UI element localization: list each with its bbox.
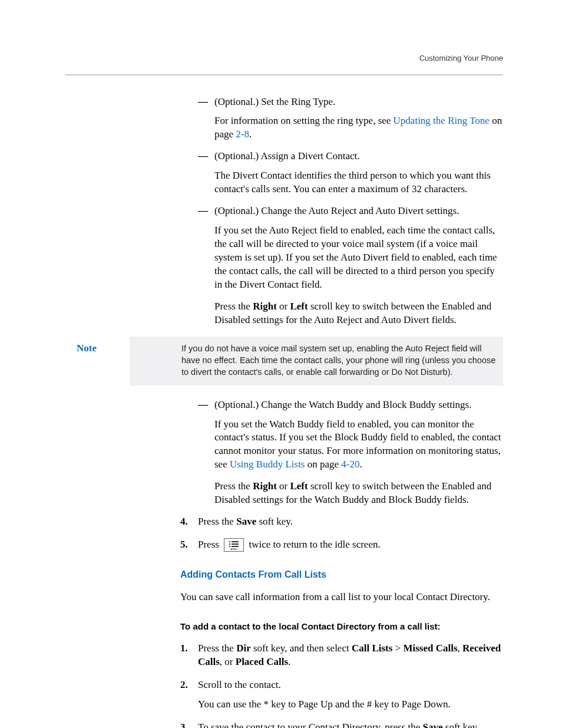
note-label: Note bbox=[77, 341, 97, 355]
svg-text:MENU: MENU bbox=[230, 547, 237, 550]
subitem-body: If you set the Auto Reject field to enab… bbox=[214, 224, 503, 292]
link-page-2-8[interactable]: 2-8 bbox=[236, 129, 249, 140]
link-using-buddy-lists[interactable]: Using Buddy Lists bbox=[230, 459, 305, 470]
svg-rect-1 bbox=[232, 541, 239, 542]
text: on page bbox=[305, 459, 342, 470]
subitem-divert-contact: — (Optional.) Assign a Divert Contact. T… bbox=[180, 150, 503, 196]
bold-missed-calls: Missed Calls bbox=[403, 643, 457, 654]
instruction-heading: To add a contact to the local Contact Di… bbox=[180, 621, 503, 633]
text: Press bbox=[198, 539, 222, 550]
bold-left: Left bbox=[290, 480, 308, 492]
subitem-body-2: Press the Right or Left scroll key to sw… bbox=[214, 300, 503, 327]
bold-placed-calls: Placed Calls bbox=[236, 656, 288, 667]
svg-point-0 bbox=[229, 541, 230, 542]
svg-point-2 bbox=[229, 543, 230, 545]
subitem-body: For information on setting the ring type… bbox=[214, 114, 503, 141]
text: > bbox=[392, 643, 403, 654]
text: or bbox=[277, 480, 290, 492]
text: Press the bbox=[214, 480, 253, 492]
header-rule bbox=[65, 74, 503, 75]
text: soft key, and then select bbox=[251, 643, 352, 654]
dash-icon: — bbox=[198, 398, 208, 412]
step-5: 5. Press MENU twice to return to the idl… bbox=[180, 538, 503, 552]
subitem-title: (Optional.) Assign a Divert Contact. bbox=[214, 150, 503, 163]
text: or bbox=[277, 301, 290, 312]
link-page-4-20[interactable]: 4-20 bbox=[341, 459, 359, 470]
subitem-body: If you set the Watch Buddy field to enab… bbox=[214, 418, 503, 472]
section-intro: You can save call information from a cal… bbox=[180, 591, 503, 604]
step-number: 3. bbox=[180, 721, 188, 728]
subitem-watch-block-buddy: — (Optional.) Change the Watch Buddy and… bbox=[180, 398, 503, 508]
bold-right: Right bbox=[253, 301, 277, 312]
bold-call-lists: Call Lists bbox=[352, 643, 392, 654]
bold-dir: Dir bbox=[236, 643, 251, 654]
bold-left: Left bbox=[290, 301, 308, 312]
step-number: 1. bbox=[180, 642, 188, 655]
bold-save: Save bbox=[236, 516, 256, 527]
section2-step-2: 2. Scroll to the contact. You can use th… bbox=[180, 678, 503, 711]
running-header: Customizing Your Phone bbox=[65, 53, 503, 64]
step-4: 4. Press the Save soft key. bbox=[180, 515, 503, 529]
step-number: 2. bbox=[180, 678, 188, 692]
bold-save: Save bbox=[423, 722, 443, 728]
section-heading-adding-contacts: Adding Contacts From Call Lists bbox=[180, 568, 503, 581]
page: Customizing Your Phone — (Optional.) Set… bbox=[0, 0, 562, 728]
svg-rect-3 bbox=[232, 543, 239, 545]
text: Press the bbox=[198, 516, 236, 527]
subitem-ring-type: — (Optional.) Set the Ring Type. For inf… bbox=[180, 95, 503, 142]
text: soft key. bbox=[256, 516, 293, 527]
note-text: If you do not have a voice mail system s… bbox=[181, 342, 496, 378]
subitem-auto-reject-divert: — (Optional.) Change the Auto Reject and… bbox=[180, 205, 503, 327]
menu-key-icon: MENU bbox=[224, 538, 244, 552]
link-updating-ring-tone[interactable]: Updating the Ring Tone bbox=[394, 115, 490, 126]
text: Press the bbox=[198, 643, 236, 654]
step-number: 4. bbox=[180, 515, 188, 529]
text: For information on setting the ring type… bbox=[214, 115, 394, 126]
subitem-title: (Optional.) Change the Auto Reject and A… bbox=[214, 205, 503, 218]
text: To save the contact to your Contact Dire… bbox=[198, 722, 423, 728]
content-column: — (Optional.) Set the Ring Type. For inf… bbox=[180, 95, 503, 728]
text: twice to return to the idle screen. bbox=[249, 539, 380, 550]
text: . bbox=[360, 459, 362, 470]
text: . bbox=[288, 656, 290, 667]
bold-right: Right bbox=[253, 480, 277, 492]
text: . bbox=[249, 129, 252, 140]
step-number: 5. bbox=[180, 538, 188, 552]
dash-icon: — bbox=[198, 205, 208, 218]
text: soft key. bbox=[443, 722, 480, 728]
text: , bbox=[458, 643, 463, 654]
step-body: You can use the * key to Page Up and the… bbox=[198, 698, 503, 711]
note-box: Note If you do not have a voice mail sys… bbox=[130, 337, 503, 386]
section2-step-3: 3. To save the contact to your Contact D… bbox=[180, 721, 503, 728]
subitem-title: (Optional.) Set the Ring Type. bbox=[214, 95, 503, 109]
subitem-body: The Divert Contact identifies the third … bbox=[214, 169, 503, 196]
text: Press the bbox=[214, 301, 253, 312]
subitem-body-2: Press the Right or Left scroll key to sw… bbox=[214, 480, 503, 507]
section2-step-1: 1. Press the Dir soft key, and then sele… bbox=[180, 642, 503, 669]
subitem-title: (Optional.) Change the Watch Buddy and B… bbox=[214, 398, 503, 412]
dash-icon: — bbox=[198, 150, 208, 163]
text: , or bbox=[220, 656, 236, 667]
text: Scroll to the contact. bbox=[198, 679, 281, 690]
dash-icon: — bbox=[198, 95, 208, 109]
